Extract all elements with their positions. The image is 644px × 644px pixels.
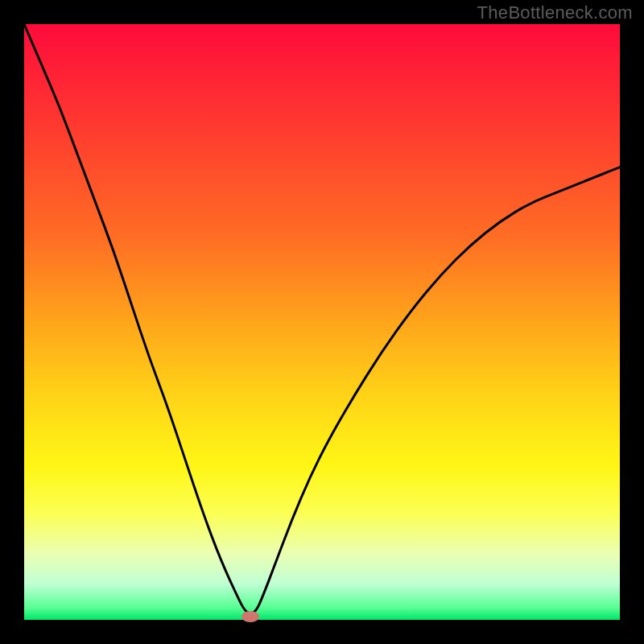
optimum-marker	[242, 611, 259, 622]
bottleneck-curve	[24, 24, 620, 620]
watermark-text: TheBottleneck.com	[477, 2, 633, 23]
